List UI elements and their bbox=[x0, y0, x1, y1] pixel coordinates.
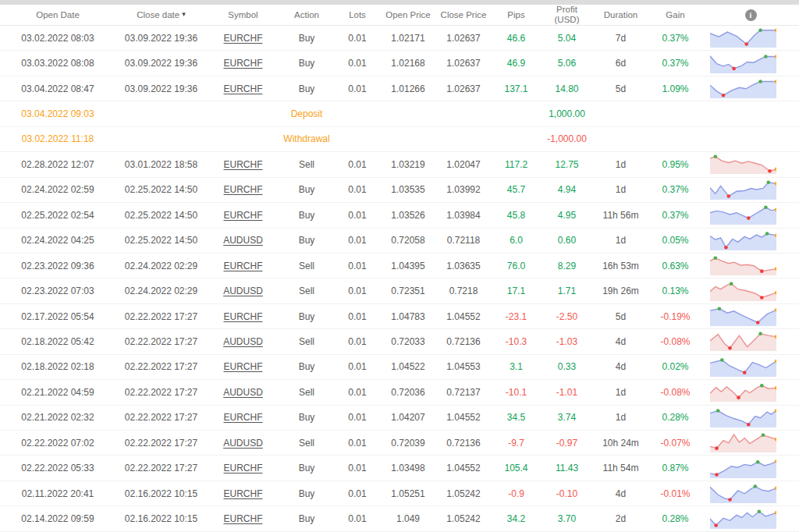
symbol-link[interactable]: EURCHF bbox=[224, 412, 263, 423]
trade-sparkline-up[interactable] bbox=[710, 179, 776, 200]
trade-sparkline-up[interactable] bbox=[710, 407, 776, 428]
empty-cell bbox=[115, 101, 207, 126]
close-price-cell: 1.03635 bbox=[435, 254, 492, 278]
trade-sparkline-down[interactable] bbox=[710, 432, 776, 453]
lots-cell: 0.01 bbox=[334, 456, 381, 480]
symbol-link[interactable]: EURCHF bbox=[224, 159, 263, 170]
chart-cell bbox=[702, 229, 799, 253]
loss-extreme-dot bbox=[760, 296, 764, 300]
empty-cell bbox=[381, 101, 435, 126]
open-date-cell: 02.21.2022 02:32 bbox=[0, 406, 115, 430]
symbol-link[interactable]: EURCHF bbox=[224, 33, 263, 44]
open-date-cell: 02.23.2022 07:03 bbox=[0, 278, 115, 303]
column-header-profit[interactable]: Profit (USD) bbox=[541, 5, 593, 24]
table-header-row: Open Date Close date▾ Symbol Action Lots… bbox=[0, 5, 799, 26]
duration-cell: 11h 56m bbox=[593, 203, 648, 227]
column-header-action[interactable]: Action bbox=[279, 10, 334, 20]
pips-cell: -10.1 bbox=[492, 380, 541, 404]
trade-sparkline-up[interactable] bbox=[710, 356, 776, 378]
open-date-cell: 02.14.2022 09:59 bbox=[0, 506, 115, 530]
chart-cell bbox=[702, 254, 799, 278]
column-header-close-date[interactable]: Close date▾ bbox=[115, 10, 207, 20]
symbol-link[interactable]: EURCHF bbox=[224, 513, 263, 524]
symbol-link[interactable]: EURCHF bbox=[224, 184, 263, 195]
symbol-link[interactable]: EURCHF bbox=[224, 261, 263, 271]
loss-extreme-dot bbox=[715, 473, 719, 477]
column-header-lots[interactable]: Lots bbox=[334, 10, 381, 20]
symbol-link[interactable]: EURCHF bbox=[224, 361, 263, 372]
trade-sparkline-down[interactable] bbox=[710, 381, 776, 403]
open-date-cell: 02.18.2022 05:42 bbox=[0, 329, 115, 353]
close-price-cell: 1.02637 bbox=[435, 26, 492, 50]
trade-sparkline-up[interactable] bbox=[710, 509, 776, 530]
trade-sparkline-up[interactable] bbox=[710, 306, 776, 327]
open-date-cell: 03.02.2022 08:03 bbox=[0, 26, 115, 50]
profit-cell: -0.10 bbox=[541, 481, 593, 505]
symbol-link[interactable]: AUDUSD bbox=[223, 438, 263, 449]
action-cell: Sell bbox=[279, 431, 334, 455]
loss-extreme-dot bbox=[728, 346, 732, 350]
empty-cell bbox=[381, 127, 435, 151]
loss-extreme-dot bbox=[760, 270, 764, 274]
action-cell: Sell bbox=[279, 254, 334, 278]
symbol-link[interactable]: EURCHF bbox=[224, 311, 263, 322]
profit-cell: 4.95 bbox=[541, 203, 593, 227]
symbol-link[interactable]: AUDUSD bbox=[223, 235, 263, 246]
info-icon[interactable]: i bbox=[745, 9, 757, 21]
symbol-link[interactable]: EURCHF bbox=[224, 83, 263, 94]
close-date-cell: 02.22.2022 17:27 bbox=[115, 304, 207, 328]
symbol-link[interactable]: AUDUSD bbox=[223, 286, 263, 296]
column-header-symbol[interactable]: Symbol bbox=[207, 10, 279, 20]
lots-cell: 0.01 bbox=[334, 406, 381, 430]
trade-sparkline-down[interactable] bbox=[710, 281, 776, 302]
symbol-link[interactable]: AUDUSD bbox=[223, 336, 263, 347]
symbol-link[interactable]: EURCHF bbox=[224, 58, 263, 69]
trade-sparkline-up[interactable] bbox=[710, 27, 776, 48]
column-header-open-date[interactable]: Open Date bbox=[0, 10, 115, 20]
profit-cell: 0.60 bbox=[541, 229, 593, 253]
close-date-cell: 03.09.2022 19:36 bbox=[115, 26, 207, 50]
trade-sparkline-down[interactable] bbox=[710, 255, 776, 276]
sparkline-area bbox=[710, 360, 776, 376]
trade-sparkline-down[interactable] bbox=[710, 331, 776, 352]
close-price-cell: 0.72136 bbox=[435, 431, 492, 455]
close-date-cell: 02.22.2022 17:27 bbox=[115, 456, 207, 480]
column-header-gain[interactable]: Gain bbox=[648, 10, 702, 20]
table-body: 03.02.2022 08:0303.09.2022 19:36EURCHFBu… bbox=[0, 26, 799, 532]
lots-cell: 0.01 bbox=[334, 178, 381, 202]
trade-sparkline-down[interactable] bbox=[710, 154, 776, 175]
column-header-close-price[interactable]: Close Price bbox=[435, 10, 492, 20]
trade-sparkline-up[interactable] bbox=[710, 483, 776, 504]
chart-cell bbox=[702, 278, 799, 303]
symbol-link[interactable]: EURCHF bbox=[224, 210, 263, 221]
close-date-cell: 02.25.2022 14:50 bbox=[115, 229, 207, 253]
symbol-link[interactable]: EURCHF bbox=[224, 463, 263, 473]
trade-sparkline-up[interactable] bbox=[710, 78, 776, 99]
column-header-pips[interactable]: Pips bbox=[492, 10, 541, 20]
pips-cell: -0.9 bbox=[492, 481, 541, 505]
column-header-close-date-label: Close date bbox=[137, 10, 179, 20]
gain-cell: 0.37% bbox=[648, 51, 702, 75]
symbol-link[interactable]: AUDUSD bbox=[223, 387, 263, 398]
chart-cell bbox=[702, 203, 799, 227]
empty-cell bbox=[492, 127, 541, 151]
action-cell: Sell bbox=[279, 152, 334, 176]
empty-cell bbox=[435, 127, 492, 151]
trade-sparkline-up[interactable] bbox=[710, 53, 776, 74]
withdrawal-label: Withdrawal bbox=[279, 127, 334, 151]
close-price-cell: 0.7218 bbox=[435, 278, 492, 303]
action-cell: Buy bbox=[279, 304, 334, 328]
symbol-cell: EURCHF bbox=[207, 304, 279, 328]
symbol-link[interactable]: EURCHF bbox=[224, 488, 263, 499]
column-header-open-price[interactable]: Open Price bbox=[381, 10, 435, 20]
trade-sparkline-up[interactable] bbox=[710, 458, 776, 479]
close-date-cell: 02.16.2022 10:15 bbox=[115, 506, 207, 530]
profit-extreme-dot bbox=[758, 80, 762, 83]
empty-cell bbox=[207, 101, 279, 126]
trade-sparkline-up[interactable] bbox=[710, 204, 776, 225]
profit-cell: 4.94 bbox=[541, 178, 593, 202]
trade-row: 02.18.2022 05:4202.22.2022 17:27AUDUSDSe… bbox=[0, 329, 799, 354]
column-header-duration[interactable]: Duration bbox=[593, 10, 648, 20]
trade-sparkline-up[interactable] bbox=[710, 230, 776, 251]
loss-extreme-dot bbox=[727, 194, 731, 198]
